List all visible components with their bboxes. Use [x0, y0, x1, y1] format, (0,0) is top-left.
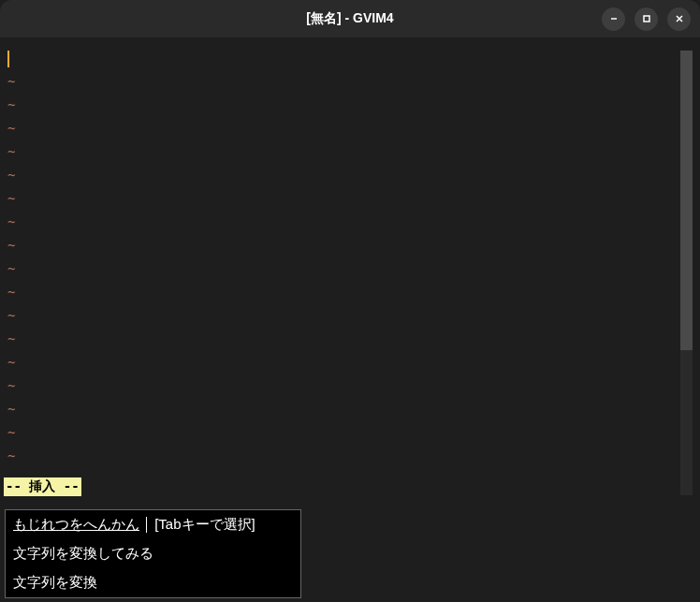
text-buffer[interactable]: ~~~~~~~~~~~~~~~~~~ [4, 42, 696, 498]
tilde-marker: ~ [7, 328, 15, 351]
tilde-marker: ~ [7, 187, 15, 211]
scrollbar-thumb[interactable] [680, 51, 693, 350]
text-cursor [7, 51, 9, 67]
tilde-marker: ~ [7, 164, 15, 187]
tilde-marker: ~ [7, 140, 15, 164]
tilde-marker: ~ [7, 211, 15, 234]
tilde-marker: ~ [7, 234, 15, 257]
window-titlebar: [無名] - GVIM4 [0, 0, 700, 37]
close-button[interactable] [667, 7, 691, 31]
minimize-icon [609, 14, 619, 23]
svg-rect-1 [644, 16, 649, 22]
ime-caret [142, 517, 147, 533]
tilde-marker: ~ [7, 304, 15, 328]
tilde-marker: ~ [7, 398, 15, 421]
editor-area[interactable]: ~~~~~~~~~~~~~~~~~~ [0, 37, 700, 498]
tilde-marker: ~ [7, 445, 15, 468]
tilde-marker: ~ [7, 421, 15, 445]
vim-mode-indicator: -- 挿入 -- [4, 477, 81, 496]
ime-reading: もじれつをへんかん [13, 516, 139, 534]
maximize-icon [642, 14, 651, 23]
tilde-marker: ~ [7, 351, 15, 374]
ime-candidate-window[interactable]: もじれつをへんかん [Tabキーで選択] 文字列を変換してみる文字列を変換 [5, 509, 301, 598]
ime-candidate[interactable]: 文字列を変換してみる [6, 539, 300, 568]
close-icon [675, 14, 684, 23]
minimize-button[interactable] [602, 7, 625, 31]
window-title: [無名] - GVIM4 [306, 10, 393, 27]
ime-hint: [Tabキーで選択] [154, 516, 255, 534]
tilde-marker: ~ [7, 117, 15, 140]
window-controls [602, 7, 691, 31]
ime-input-row: もじれつをへんかん [Tabキーで選択] [6, 510, 300, 539]
ime-candidate[interactable]: 文字列を変換 [6, 568, 300, 597]
scrollbar[interactable] [680, 51, 693, 495]
empty-line-markers: ~~~~~~~~~~~~~~~~~~ [7, 70, 15, 492]
tilde-marker: ~ [7, 257, 15, 281]
tilde-marker: ~ [7, 281, 15, 304]
tilde-marker: ~ [7, 94, 15, 117]
tilde-marker: ~ [7, 70, 15, 94]
maximize-button[interactable] [634, 7, 658, 31]
tilde-marker: ~ [7, 374, 15, 398]
